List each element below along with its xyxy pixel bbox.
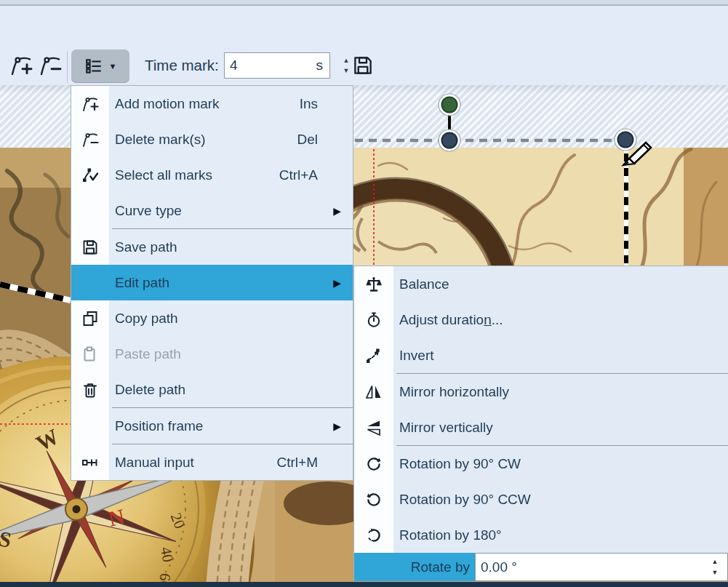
rotate-by-spinner[interactable]: ▲ ▼ (703, 559, 727, 576)
top-panel-edge (0, 0, 728, 6)
rotate-by-row: Rotate by ▲ ▼ (354, 553, 728, 581)
submenu-item-invert[interactable]: Invert (354, 338, 728, 373)
delete-path-icon (81, 381, 99, 399)
submenu-arrow-icon: ▶ (333, 205, 353, 217)
submenu-item-label: Balance (399, 276, 449, 292)
chevron-down-icon: ▼ (109, 63, 117, 71)
time-mark-label: Time mark: (145, 57, 219, 74)
mark-list-icon (84, 57, 103, 76)
menu-item-label: Paste path (115, 346, 181, 362)
motion-path-toolbar: ▼ Time mark: s ▲ ▼ (0, 6, 728, 85)
menu-item-position-frame[interactable]: Position frame ▶ (71, 408, 353, 444)
menu-item-label: Delete mark(s) (115, 132, 206, 148)
menu-item-paste-path: Paste path (71, 336, 353, 372)
add-motion-mark-icon[interactable] (9, 54, 33, 77)
time-mark-unit: s (316, 57, 330, 73)
invert-icon (365, 347, 383, 364)
menu-item-label: Delete path (115, 382, 185, 398)
add-motion-mark-icon (81, 95, 99, 113)
submenu-item-mirror-vertically[interactable]: Mirror vertically (354, 410, 728, 445)
menu-item-label: Manual input (115, 455, 194, 471)
motion-path-context-menu: Add motion mark Ins Delete mark(s) Del (71, 85, 353, 481)
submenu-item-label: Adjust duration... (399, 312, 503, 328)
menu-item-delete-path[interactable]: Delete path (71, 372, 353, 407)
mirror-vertical-icon (365, 419, 383, 436)
submenu-item-label: Invert (399, 348, 434, 364)
submenu-item-rotation-90-ccw[interactable]: Rotation by 90° CCW (354, 482, 728, 517)
menu-item-shortcut: Ins (300, 96, 353, 112)
rotate-180-icon (365, 527, 383, 544)
rotate-ccw-icon (365, 491, 383, 508)
menu-item-curve-type[interactable]: Curve type ▶ (71, 193, 353, 228)
menu-item-edit-path[interactable]: Edit path ▶ (71, 265, 353, 300)
edit-path-submenu: Balance Adjust duration... Invert (353, 265, 728, 581)
menu-item-label: Position frame (115, 418, 203, 434)
menu-item-shortcut: Ctrl+M (277, 455, 353, 471)
select-all-marks-icon (81, 167, 99, 184)
menu-item-add-motion-mark[interactable]: Add motion mark Ins (71, 86, 353, 121)
manual-input-icon (81, 454, 99, 471)
time-mark-field: s (224, 52, 330, 79)
menu-item-save-path[interactable]: Save path (71, 229, 353, 265)
submenu-item-label: Mirror vertically (399, 420, 493, 436)
rotate-by-field: ▲ ▼ (475, 553, 728, 581)
submenu-item-rotation-180[interactable]: Rotation by 180° (354, 517, 728, 553)
rotate-by-input[interactable] (476, 559, 703, 576)
time-mark-input[interactable] (225, 57, 316, 73)
svg-text:40: 40 (157, 546, 177, 564)
submenu-item-rotation-90-cw[interactable]: Rotation by 90° CW (354, 446, 728, 482)
delete-mark-icon (81, 131, 99, 148)
delete-mark-icon[interactable] (39, 54, 62, 77)
menu-item-label: Curve type (115, 203, 182, 219)
menu-item-label: Edit path (115, 275, 169, 291)
spin-up-icon[interactable]: ▲ (712, 559, 719, 565)
spin-down-icon[interactable]: ▼ (712, 570, 719, 576)
submenu-item-label: Rotation by 180° (399, 527, 502, 543)
menu-item-label: Save path (115, 239, 177, 255)
app-window: ▼ Time mark: s ▲ ▼ (0, 0, 728, 587)
menu-item-delete-marks[interactable]: Delete mark(s) Del (71, 121, 353, 157)
submenu-item-adjust-duration[interactable]: Adjust duration... (354, 302, 728, 338)
mirror-horizontal-icon (365, 383, 383, 401)
submenu-item-balance[interactable]: Balance (354, 266, 728, 302)
adjust-duration-icon (365, 311, 383, 329)
rotate-cw-icon (365, 455, 383, 473)
submenu-item-label: Rotation by 90° CW (399, 456, 521, 472)
spin-down-icon[interactable]: ▼ (343, 68, 350, 74)
save-path-toolbar-icon[interactable] (352, 55, 374, 76)
menu-item-manual-input[interactable]: Manual input Ctrl+M (71, 444, 353, 480)
rotate-by-label: Rotate by (354, 553, 475, 581)
submenu-arrow-icon: ▶ (333, 277, 353, 289)
spin-up-icon[interactable]: ▲ (343, 57, 350, 64)
submenu-item-mirror-horizontally[interactable]: Mirror horizontally (354, 374, 728, 410)
menu-item-label: Copy path (115, 311, 178, 327)
menu-item-label: Select all marks (115, 167, 212, 183)
menu-item-select-all-marks[interactable]: Select all marks Ctrl+A (71, 157, 353, 193)
menu-item-shortcut: Del (297, 132, 353, 148)
menu-item-copy-path[interactable]: Copy path (71, 300, 353, 336)
paste-path-icon (81, 346, 99, 363)
toolbar-separator (67, 51, 68, 83)
mark-list-dropdown-button[interactable]: ▼ (71, 49, 129, 83)
submenu-arrow-icon: ▶ (333, 420, 353, 432)
bottom-panel-edge (0, 582, 728, 587)
menu-item-shortcut: Ctrl+A (279, 167, 353, 183)
submenu-item-label: Rotation by 90° CCW (399, 492, 531, 508)
svg-text:60: 60 (156, 572, 175, 582)
submenu-item-label: Mirror horizontally (399, 384, 509, 400)
copy-path-icon (81, 310, 99, 327)
menu-item-label: Add motion mark (115, 96, 220, 112)
balance-icon (365, 276, 383, 293)
save-path-icon (81, 239, 99, 256)
